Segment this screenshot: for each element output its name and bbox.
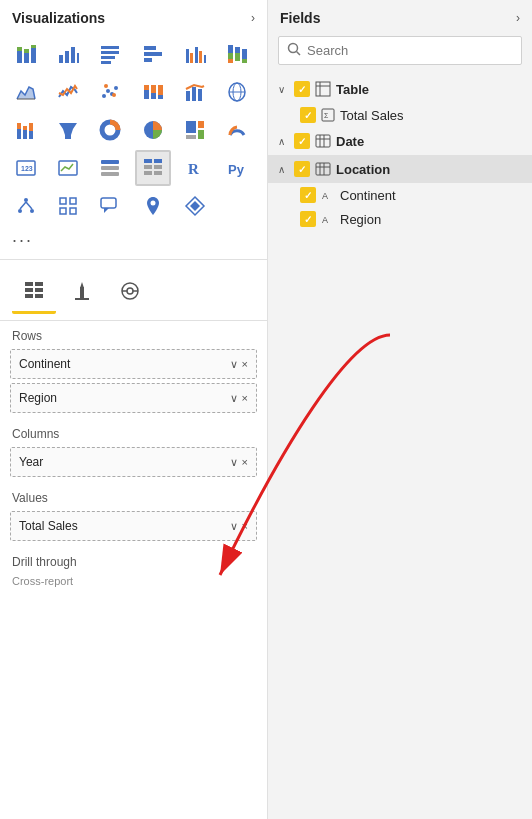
viz-horiz-bar[interactable] [135, 36, 171, 72]
total-sales-field[interactable]: Σ Total Sales [268, 103, 532, 127]
svg-rect-39 [151, 85, 156, 93]
viz-custom-2[interactable] [50, 188, 86, 224]
location-group-header[interactable]: ∧ Location [268, 155, 532, 183]
region-close-icon[interactable]: × [242, 392, 248, 404]
svg-marker-86 [104, 208, 109, 213]
svg-line-80 [26, 202, 32, 209]
fields-title: Fields [280, 10, 320, 26]
continent-close-icon[interactable]: × [242, 358, 248, 370]
visualizations-header: Visualizations › [0, 0, 267, 32]
viz-matrix[interactable] [135, 150, 171, 186]
visualizations-chevron[interactable]: › [251, 11, 255, 25]
viz-donut[interactable] [92, 112, 128, 148]
total-sales-field-text: Total Sales [340, 108, 404, 123]
viz-stacked-bar[interactable] [8, 36, 44, 72]
viz-python[interactable]: Py [219, 150, 255, 186]
location-check [294, 161, 310, 177]
svg-rect-73 [154, 171, 162, 175]
viz-gauge[interactable] [219, 112, 255, 148]
location-group-name: Location [336, 162, 390, 177]
cross-report-label: Cross-report [0, 571, 267, 591]
svg-text:A: A [322, 191, 328, 201]
svg-point-30 [102, 94, 106, 98]
year-pill[interactable]: Year ∨ × [10, 447, 257, 477]
table-group-header[interactable]: ∨ Table [268, 75, 532, 103]
svg-rect-24 [228, 59, 233, 63]
svg-point-99 [127, 288, 133, 294]
svg-rect-51 [23, 126, 27, 130]
svg-rect-67 [101, 172, 119, 176]
table-group-name: Table [336, 82, 369, 97]
viz-100-stacked[interactable] [135, 74, 171, 110]
svg-rect-44 [198, 89, 202, 101]
viz-diamond[interactable] [177, 188, 213, 224]
svg-rect-58 [186, 121, 196, 133]
viz-scatter[interactable] [92, 74, 128, 110]
continent-field[interactable]: A Continent [268, 183, 532, 207]
field-tree: ∨ Table Σ Total Sales ∧ [268, 73, 532, 819]
date-group-header[interactable]: ∧ Date [268, 127, 532, 155]
year-chevron-icon[interactable]: ∨ [230, 456, 238, 469]
svg-rect-94 [25, 294, 33, 298]
svg-rect-7 [65, 51, 69, 63]
viz-map-2[interactable] [219, 74, 255, 110]
continent-pill-text: Continent [19, 357, 70, 371]
continent-pill[interactable]: Continent ∨ × [10, 349, 257, 379]
values-label: Values [0, 487, 267, 509]
svg-rect-92 [25, 288, 33, 292]
viz-location[interactable] [135, 188, 171, 224]
svg-rect-109 [316, 135, 330, 147]
viz-clustered-col[interactable] [177, 36, 213, 72]
region-field-check [300, 211, 316, 227]
svg-rect-17 [186, 49, 189, 63]
svg-rect-93 [35, 288, 43, 292]
viz-line[interactable] [50, 74, 86, 110]
app-wrapper: Visualizations › [0, 0, 532, 819]
region-chevron-icon[interactable]: ∨ [230, 392, 238, 405]
svg-rect-81 [60, 198, 66, 204]
tab-format[interactable] [60, 270, 104, 314]
viz-card[interactable]: 123 [8, 150, 44, 186]
svg-rect-41 [158, 85, 163, 95]
continent-chevron-icon[interactable]: ∨ [230, 358, 238, 371]
fields-chevron[interactable]: › [516, 11, 520, 25]
viz-decomp[interactable] [8, 188, 44, 224]
viz-pie[interactable] [135, 112, 171, 148]
tab-analytics[interactable] [108, 270, 152, 314]
svg-text:123: 123 [21, 165, 33, 172]
viz-ribbon[interactable] [8, 112, 44, 148]
viz-list[interactable] [92, 36, 128, 72]
svg-text:Py: Py [228, 162, 245, 177]
svg-rect-37 [144, 85, 149, 90]
total-sales-chevron-icon[interactable]: ∨ [230, 520, 238, 533]
svg-rect-13 [101, 61, 111, 64]
region-pill[interactable]: Region ∨ × [10, 383, 257, 413]
search-box[interactable] [278, 36, 522, 65]
svg-text:R: R [188, 161, 199, 177]
tab-fields[interactable] [12, 270, 56, 314]
viz-treemap[interactable] [177, 112, 213, 148]
mode-tabs [0, 264, 267, 321]
viz-bar-chart[interactable] [50, 36, 86, 72]
search-input[interactable] [307, 43, 513, 58]
svg-rect-8 [71, 47, 75, 63]
viz-area[interactable] [8, 74, 44, 110]
total-sales-close-icon[interactable]: × [242, 520, 248, 532]
svg-rect-20 [199, 51, 202, 63]
total-sales-pill[interactable]: Total Sales ∨ × [10, 511, 257, 541]
viz-chat[interactable] [92, 188, 128, 224]
svg-rect-65 [101, 160, 119, 164]
svg-rect-22 [228, 45, 233, 53]
viz-r[interactable]: R [177, 150, 213, 186]
svg-rect-15 [144, 52, 162, 56]
visualizations-panel: Visualizations › [0, 0, 268, 819]
region-field[interactable]: A Region [268, 207, 532, 231]
viz-slicer[interactable] [92, 150, 128, 186]
viz-funnel[interactable] [50, 112, 86, 148]
year-close-icon[interactable]: × [242, 456, 248, 468]
viz-stacked-bar-2[interactable] [219, 36, 255, 72]
viz-combo[interactable] [177, 74, 213, 110]
svg-rect-95 [35, 294, 43, 298]
viz-kpi[interactable] [50, 150, 86, 186]
location-expand-arrow: ∧ [278, 164, 290, 175]
